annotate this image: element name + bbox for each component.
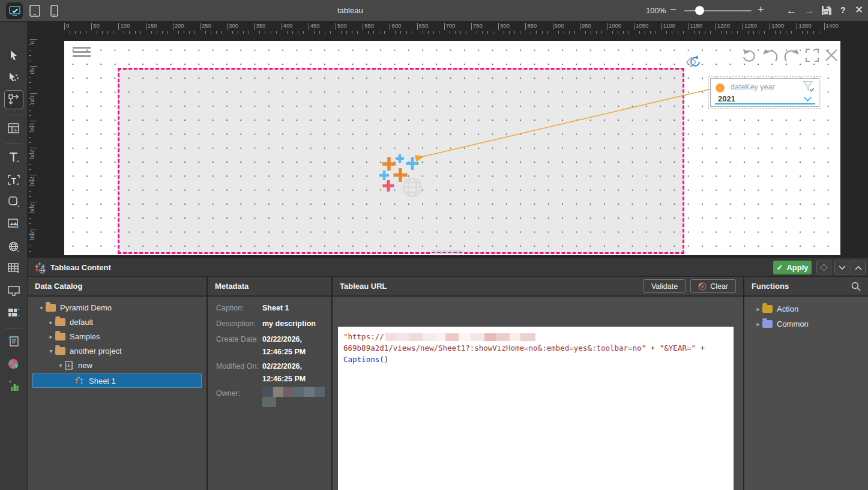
tree-item-sheet1-selected[interactable]: Sheet 1 <box>32 374 202 388</box>
bar-chart-tool[interactable] <box>8 380 20 392</box>
window-title: tableau <box>337 6 363 15</box>
datekey-filter-widget[interactable]: dateKey year 2021 <box>710 78 819 107</box>
search-icon[interactable] <box>851 282 861 291</box>
data-catalog-header: Data Catalog <box>28 277 206 297</box>
caret-icon[interactable]: ▾ <box>56 362 65 369</box>
dynamic-text-tool[interactable] <box>8 174 20 186</box>
back-arrow-icon[interactable]: ← <box>786 5 797 17</box>
clear-button[interactable]: Clear <box>690 279 736 293</box>
connector-tool[interactable] <box>8 94 20 106</box>
save-icon[interactable] <box>821 5 831 18</box>
validate-label: Validate <box>651 282 678 291</box>
redo-icon[interactable] <box>783 48 800 62</box>
collapse-up-button[interactable] <box>851 261 866 274</box>
ruler-tick-label: 750 <box>473 22 483 29</box>
caret-icon[interactable]: ▾ <box>47 348 55 354</box>
pie-chart-tool[interactable] <box>8 358 20 370</box>
caret-icon[interactable]: ▸ <box>47 333 55 340</box>
folder-icon <box>55 318 65 326</box>
text-tool[interactable] <box>8 151 20 163</box>
web-tool[interactable] <box>8 241 20 253</box>
url-code-editor[interactable]: "https:// 669b89a2d1/views/new/Sheet1?:s… <box>338 327 734 490</box>
ruler-tick-label: 850 <box>527 22 537 29</box>
ruler-tick-label: 1050 <box>636 22 648 29</box>
apply-label: Apply <box>786 263 808 272</box>
filter-value[interactable]: 2021 <box>718 94 735 103</box>
tree-item-pyramid-demo[interactable]: ▾ Pyramid Demo <box>37 300 112 315</box>
clear-circle-x-icon <box>698 282 707 291</box>
ruler-tick-label: 200 <box>175 22 184 29</box>
layout-blocks-tool[interactable] <box>8 307 20 319</box>
caret-icon[interactable]: ▾ <box>37 304 46 311</box>
zoom-out-button[interactable]: − <box>670 4 677 16</box>
desktop-view-icon[interactable] <box>6 2 23 19</box>
validate-button[interactable]: Validate <box>643 279 686 293</box>
rotate-ccw-icon[interactable] <box>741 48 757 62</box>
tree-item-default[interactable]: ▸ default <box>47 315 93 329</box>
meta-value-modified-time: 12:46:25 PM <box>262 375 306 383</box>
function-group-common[interactable]: ▸ Common <box>754 316 809 331</box>
ruler-tick-label: 900 <box>555 22 564 29</box>
tablet-view-icon[interactable] <box>26 2 43 19</box>
diamond-button[interactable] <box>816 261 831 274</box>
window-close-icon[interactable]: ✕ <box>855 4 863 16</box>
form-tool[interactable] <box>8 335 20 347</box>
undo-icon[interactable] <box>762 48 779 62</box>
functions-header: Functions <box>744 277 868 297</box>
ruler-tick-label: 550 <box>364 22 374 29</box>
meta-value-create-time: 12:46:25 PM <box>262 348 306 356</box>
tree-label: Common <box>777 319 809 328</box>
reset-diamond-icon[interactable] <box>685 54 702 70</box>
panel-title: Functions <box>752 282 851 291</box>
ruler-tick-label: 200 <box>29 150 36 159</box>
forward-arrow-icon[interactable]: → <box>804 5 815 17</box>
ruler-horizontal: 0501001502002503003504004505005506006507… <box>28 22 868 35</box>
folder-icon <box>55 333 65 340</box>
meta-label-modified-on: Modified On: <box>216 362 259 371</box>
design-canvas-page[interactable]: dateKey year 2021 <box>64 41 840 255</box>
shape-tool[interactable] <box>8 196 20 208</box>
window-titlebar: tableau 100% − + ← → ? ✕ <box>0 0 868 22</box>
caret-icon[interactable]: ▸ <box>754 321 762 327</box>
caret-icon[interactable]: ▸ <box>754 306 762 312</box>
select-cursor-tool[interactable] <box>8 49 20 61</box>
metadata-header: Metadata <box>208 277 331 297</box>
zoom-in-button[interactable]: + <box>758 4 764 16</box>
chevron-down-icon[interactable] <box>804 97 812 102</box>
ruler-tick-label: 100 <box>120 22 130 29</box>
help-button[interactable]: ? <box>840 5 846 15</box>
apply-button[interactable]: ✓ Apply <box>773 261 812 274</box>
tree-label: another project <box>70 346 122 355</box>
tableau-sheet-icon <box>75 376 85 386</box>
panel-title: Tableau URL <box>340 282 643 291</box>
function-group-action[interactable]: ▸ Action <box>754 301 798 316</box>
canvas-menu-icon[interactable] <box>73 47 91 59</box>
orange-anchor-dot[interactable] <box>716 83 725 92</box>
image-tool[interactable] <box>8 218 20 230</box>
tree-item-new[interactable]: ▾ new <box>56 358 92 372</box>
caret-icon[interactable]: ▸ <box>47 319 55 325</box>
folder-icon <box>762 305 773 313</box>
tree-item-another-project[interactable]: ▾ another project <box>47 343 122 358</box>
smart-select-tool[interactable] <box>8 71 20 83</box>
owner-redacted-value <box>262 387 325 397</box>
canvas-viewport[interactable]: 050100150200250300350 <box>28 35 868 258</box>
table-tool[interactable] <box>8 262 20 274</box>
tree-item-samples[interactable]: ▸ Samples <box>47 329 100 343</box>
meta-label-owner: Owner: <box>216 389 240 398</box>
funnel-check-icon[interactable] <box>803 81 815 92</box>
code-operator: () <box>379 355 388 364</box>
zoom-slider-track[interactable] <box>684 10 752 11</box>
tree-label: Samples <box>70 332 100 341</box>
grid-bolt-tool[interactable] <box>8 122 20 135</box>
collapse-down-button[interactable] <box>834 261 849 274</box>
phone-view-icon[interactable] <box>46 2 62 19</box>
ruler-tick-label: 1300 <box>771 22 784 29</box>
canvas-close-icon[interactable] <box>824 48 839 62</box>
zoom-slider-knob[interactable] <box>695 6 704 15</box>
container-tool[interactable] <box>8 285 20 297</box>
folder-icon <box>55 347 65 355</box>
code-function: Captions <box>343 355 379 364</box>
expand-icon[interactable] <box>805 48 819 62</box>
canvas-resize-handle[interactable] <box>432 250 463 255</box>
